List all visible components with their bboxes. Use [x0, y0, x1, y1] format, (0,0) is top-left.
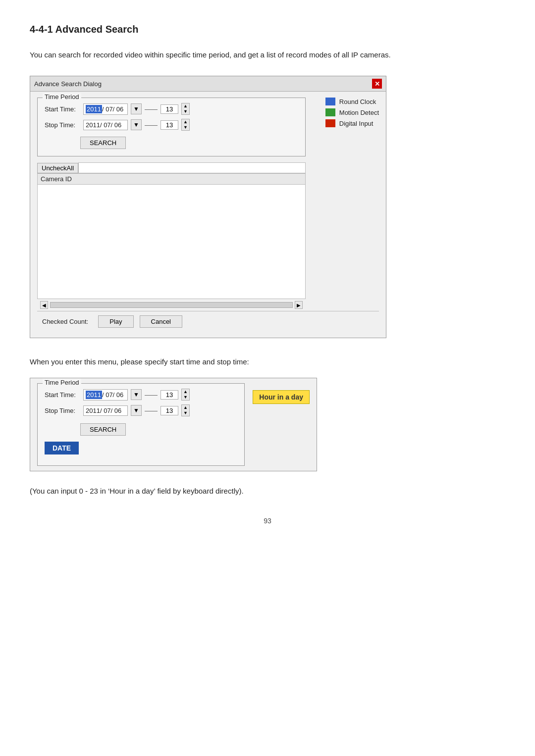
start-date-input[interactable]: 2011/ 07/ 06 — [83, 103, 128, 115]
legend-label-round-clock: Round Clock — [339, 98, 376, 105]
stop-date-input[interactable]: 2011/ 07/ 06 — [83, 120, 128, 130]
dialog2-time-period-legend: Time Period — [43, 379, 81, 386]
dialog2-body: Time Period Start Time: 2011/ 07/ 06 ▼ —… — [30, 378, 317, 471]
scroll-right-btn[interactable]: ▶ — [295, 301, 303, 309]
start-hour-input[interactable] — [160, 104, 178, 114]
legend-label-digital-input: Digital Input — [339, 120, 374, 127]
time-period-with-legend: Time Period Start Time: 2011/ 07/ 06 ▼ —… — [37, 98, 379, 311]
camera-table: Camera ID — [37, 173, 306, 299]
page-number: 93 — [30, 517, 505, 525]
scroll-track[interactable] — [50, 302, 293, 308]
stop-date-dropdown[interactable]: ▼ — [131, 119, 142, 130]
dialog2-time-period-group: Time Period Start Time: 2011/ 07/ 06 ▼ —… — [37, 383, 245, 466]
dialog-close-button[interactable]: ✕ — [372, 79, 382, 89]
dialog2-stop-time-label: Stop Time: — [45, 407, 80, 414]
stop-time-row: Stop Time: 2011/ 07/ 06 ▼ —— ▲ ▼ — [45, 119, 298, 131]
dialog-titlebar: Advance Search Dialog ✕ — [30, 76, 386, 92]
dialog2-search-button[interactable]: SEARCH — [80, 423, 126, 436]
dialog2-stop-date-dropdown[interactable]: ▼ — [131, 405, 142, 416]
section2-text: When you enter this menu, please specify… — [30, 356, 505, 368]
start-date-dropdown[interactable]: ▼ — [131, 103, 142, 114]
dialog2-start-date-highlight: 2011 — [86, 391, 102, 399]
camera-table-body — [38, 185, 305, 299]
scroll-area: ◀ ▶ — [37, 299, 306, 311]
dialog-title: Advance Search Dialog — [34, 80, 102, 88]
bottom-note: (You can input 0 - 23 in ‘Hour in a day’… — [30, 485, 505, 497]
hour-in-a-day-tooltip: Hour in a day — [253, 390, 310, 404]
start-time-row: Start Time: 2011/ 07/ 06 ▼ —— ▲ ▼ — [45, 103, 298, 115]
dialog2-start-hour-down[interactable]: ▼ — [182, 395, 189, 400]
start-date-highlight: 2011 — [86, 105, 102, 113]
dialog-body: Time Period Start Time: 2011/ 07/ 06 ▼ —… — [30, 92, 386, 338]
dialog2-stop-date-input[interactable]: 2011/ 07/ 06 — [83, 405, 128, 416]
dialog2-stop-hour-spinner: ▲ ▼ — [181, 404, 190, 416]
legend-item-digital-input: Digital Input — [325, 119, 379, 127]
dialog2-start-hour-input[interactable] — [160, 390, 178, 400]
legend-area: Round Clock Motion Detect Digital Input — [325, 98, 379, 127]
dialog2-stop-time-row: Stop Time: 2011/ 07/ 06 ▼ —— ▲ ▼ — [45, 404, 237, 416]
advance-search-dialog: Advance Search Dialog ✕ Time Period Star… — [30, 76, 386, 338]
legend-swatch-blue — [325, 98, 335, 105]
page-title: 4-4-1 Advanced Search — [30, 24, 505, 35]
start-time-label: Start Time: — [45, 105, 80, 113]
legend-label-motion-detect: Motion Detect — [339, 109, 379, 116]
intro-text: You can search for recorded video within… — [30, 49, 505, 61]
date-label: DATE — [45, 442, 79, 454]
dialog2-start-date-dropdown[interactable]: ▼ — [131, 389, 142, 400]
camera-id-header: Camera ID — [38, 174, 305, 185]
play-button[interactable]: Play — [98, 315, 133, 328]
legend-swatch-red — [325, 119, 335, 127]
time-period-section: Time Period Start Time: 2011/ 07/ 06 ▼ —… — [37, 98, 306, 311]
dialog-bottom-bar: Checked Count: Play Cancel — [37, 311, 379, 332]
legend-item-motion-detect: Motion Detect — [325, 108, 379, 116]
search-button[interactable]: SEARCH — [80, 137, 126, 149]
stop-hour-up[interactable]: ▲ — [182, 119, 189, 125]
stop-hour-input[interactable] — [160, 120, 178, 130]
stop-hour-spinner: ▲ ▼ — [181, 119, 190, 131]
cancel-button[interactable]: Cancel — [140, 315, 182, 328]
dialog2-start-time-row: Start Time: 2011/ 07/ 06 ▼ —— ▲ ▼ — [45, 389, 237, 401]
tooltip-area: Hour in a day — [253, 390, 310, 404]
stop-hour-down[interactable]: ▼ — [182, 125, 189, 130]
uncheck-row: UncheckAll — [37, 162, 306, 173]
legend-item-round-clock: Round Clock — [325, 98, 379, 105]
uncheck-all-button[interactable]: UncheckAll — [37, 163, 78, 173]
dialog2-left: Time Period Start Time: 2011/ 07/ 06 ▼ —… — [37, 383, 245, 471]
dialog2-start-time-label: Start Time: — [45, 391, 80, 399]
time-period-dialog2: Time Period Start Time: 2011/ 07/ 06 ▼ —… — [30, 378, 317, 471]
checked-count-label: Checked Count: — [42, 318, 88, 325]
legend-swatch-green — [325, 108, 335, 116]
time-period-legend: Time Period — [43, 93, 81, 101]
dialog2-stop-hour-up[interactable]: ▲ — [182, 405, 189, 410]
dialog2-start-date-input[interactable]: 2011/ 07/ 06 — [83, 389, 128, 401]
dialog2-stop-hour-input[interactable] — [160, 406, 178, 415]
dialog2-start-hour-spinner: ▲ ▼ — [181, 389, 190, 401]
scroll-left-btn[interactable]: ◀ — [40, 301, 48, 309]
start-hour-up[interactable]: ▲ — [182, 103, 189, 109]
dialog2-content: Time Period Start Time: 2011/ 07/ 06 ▼ —… — [37, 383, 310, 471]
dialog2-stop-hour-down[interactable]: ▼ — [182, 410, 189, 416]
start-hour-down[interactable]: ▼ — [182, 109, 189, 114]
start-hour-spinner: ▲ ▼ — [181, 103, 190, 115]
dialog2-start-hour-up[interactable]: ▲ — [182, 389, 189, 395]
time-period-group: Time Period Start Time: 2011/ 07/ 06 ▼ —… — [37, 98, 306, 156]
stop-time-label: Stop Time: — [45, 121, 80, 129]
